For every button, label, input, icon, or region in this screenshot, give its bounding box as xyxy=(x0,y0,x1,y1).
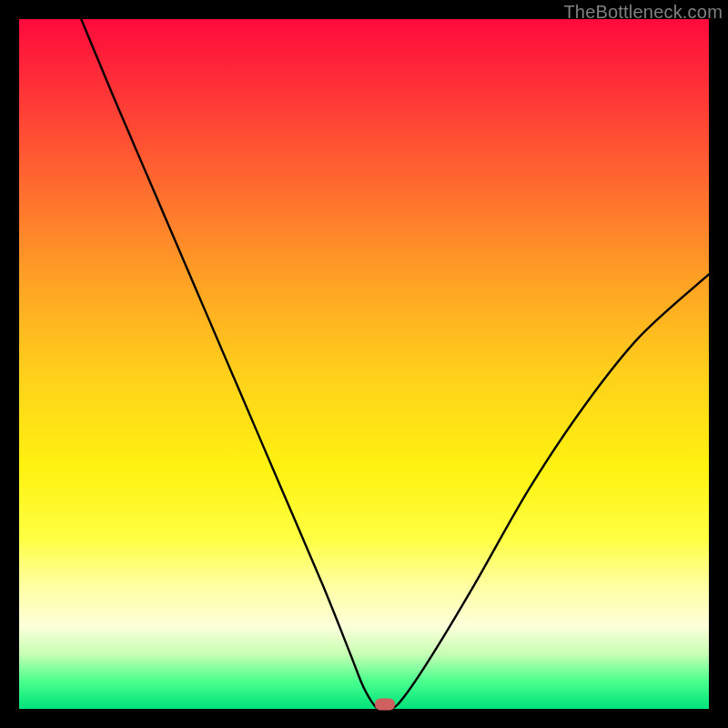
chart-area xyxy=(19,19,709,709)
bottleneck-curve xyxy=(19,19,709,709)
bottleneck-marker xyxy=(375,698,395,710)
attribution-text: TheBottleneck.com xyxy=(563,2,723,23)
